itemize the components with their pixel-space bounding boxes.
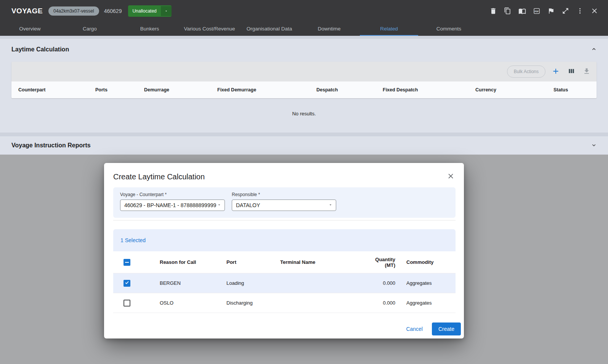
responsible-value: DATALOY [236,202,260,208]
delete-button[interactable] [487,5,499,17]
column-currency: Currency [475,87,496,93]
tab-organisational-data[interactable]: Organisational Data [239,22,299,36]
row-checkbox[interactable] [124,300,130,307]
tab-downtime[interactable]: Downtime [299,22,359,36]
responsible-select[interactable]: DATALOY [232,200,336,211]
add-row-button[interactable] [550,65,561,78]
pdf-button[interactable]: PDF [531,5,542,17]
status-label: Unallocated [128,5,160,17]
cell-commodity: Aggregates [395,280,456,286]
download-button[interactable] [581,66,592,78]
bulk-actions-button[interactable]: Bulk Actions [507,65,545,78]
selected-count-text: 1 Selected [120,237,146,243]
laytime-toolbar: Bulk Actions [11,62,597,81]
column-terminal-name: Terminal Name [280,259,367,265]
pdf-icon: PDF [533,7,541,15]
close-icon [590,7,598,15]
voyage-instruction-reports-section: Voyage Instruction Reports [0,136,608,155]
book-icon [518,7,526,15]
port-call-table-header: Reason for Call Port Terminal Name Quant… [113,251,456,273]
selection-toolbar: 1 Selected [113,229,456,251]
column-fixed-despatch: Fixed Despatch [383,87,418,93]
voyage-counterpart-label: Voyage - Counterpart * [120,192,225,197]
voyage-counterpart-select[interactable]: 460629 - BP-NAME-1 - 878888899999 [120,200,225,211]
close-icon [447,172,455,181]
laytime-table-header: Counterpart Ports Demurrage Fixed Demurr… [11,81,597,98]
dialog-footer: Cancel Create [400,322,461,335]
empty-state-text: No results. [0,111,608,117]
columns-button[interactable] [566,66,577,78]
vessel-chip[interactable]: 04a2km3x07-vessel [48,6,99,16]
responsible-label: Responsible * [232,192,336,197]
cell-quantity: 0.000 [383,300,395,306]
column-port: Port [226,259,280,265]
content-divider [0,36,608,39]
header-actions: PDF [487,5,600,17]
delete-icon [489,7,497,15]
dialog-header: Create Laytime Calculation [104,163,464,187]
table-row[interactable]: BERGEN Loading 0.000 Aggregates [113,273,456,293]
row-checkbox[interactable] [124,280,130,287]
dialog-divider [113,220,456,220]
column-status: Status [553,87,568,93]
cell-port: Loading [226,280,280,286]
tab-comments[interactable]: Comments [419,22,479,36]
chevron-down-icon [590,142,597,150]
port-call-table: Reason for Call Port Terminal Name Quant… [113,251,456,313]
columns-icon [568,67,575,76]
create-laytime-dialog: Create Laytime Calculation Voyage - Coun… [104,163,464,338]
tab-various-cost-revenue[interactable]: Various Cost/Revenue [180,22,239,36]
tab-overview[interactable]: Overview [0,22,60,36]
voyage-instruction-reports-title: Voyage Instruction Reports [11,142,91,149]
download-icon [583,67,590,76]
create-button[interactable]: Create [432,322,461,335]
laytime-collapse-button[interactable] [589,44,599,55]
status-dropdown[interactable]: Unallocated [128,5,171,17]
cell-reason-for-call: BERGEN [160,280,226,286]
tab-bunkers[interactable]: Bunkers [120,22,180,36]
plus-icon [552,67,560,77]
book-button[interactable] [516,5,528,17]
copy-button[interactable] [502,5,513,17]
more-vert-icon [576,7,584,14]
column-ports: Ports [95,87,107,93]
dialog-form-panel: Voyage - Counterpart * 460629 - BP-NAME-… [113,187,456,218]
voyage-instruction-reports-expand-button[interactable] [589,140,599,151]
table-row[interactable]: OSLO Discharging 0.000 Aggregates [113,293,456,313]
cell-reason-for-call: OSLO [160,300,226,306]
tab-cargo[interactable]: Cargo [60,22,120,36]
cell-quantity: 0.000 [383,280,395,286]
column-fixed-demurrage: Fixed Demurrage [217,87,256,93]
select-all-checkbox[interactable] [124,259,130,266]
expand-icon [562,7,569,14]
dialog-title: Create Laytime Calculation [113,172,205,181]
laytime-section-header: Laytime Calculation [0,39,608,60]
column-quantity: Quantity (MT) [367,257,395,268]
column-reason-for-call: Reason for Call [160,259,226,265]
expand-button[interactable] [560,5,571,17]
chevron-down-icon [161,6,172,16]
column-despatch: Despatch [316,87,338,93]
close-window-button[interactable] [589,5,600,17]
chevron-down-icon [217,202,221,209]
responsible-field: Responsible * DATALOY [232,192,336,211]
copy-icon [504,7,511,14]
cancel-button[interactable]: Cancel [400,323,429,335]
chevron-up-icon [590,46,597,54]
more-button[interactable] [574,5,586,17]
voyage-counterpart-value: 460629 - BP-NAME-1 - 878888899999 [124,202,216,208]
flag-button[interactable] [545,5,557,17]
chevron-down-icon [328,202,333,209]
column-commodity: Commodity [395,259,456,265]
column-demurrage: Demurrage [144,87,169,93]
laytime-section-title: Laytime Calculation [11,46,69,53]
cell-commodity: Aggregates [395,300,456,306]
tab-bar: Overview Cargo Bunkers Various Cost/Reve… [0,22,608,36]
flag-icon [547,7,555,14]
tab-related[interactable]: Related [359,22,419,36]
content-divider [0,133,608,136]
laytime-section: Laytime Calculation Bulk Actions Counter… [0,39,608,133]
dialog-close-button[interactable] [445,171,456,183]
laytime-table-card: Bulk Actions Counterpart Ports Demurrage… [11,62,597,98]
header-left: VOYAGE 04a2km3x07-vessel 460629 Unalloca… [11,5,172,17]
